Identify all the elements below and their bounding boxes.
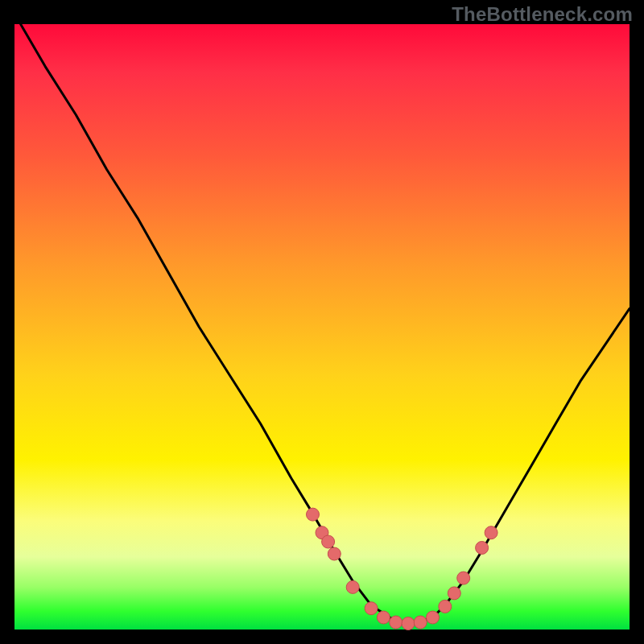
highlight-dot bbox=[414, 616, 427, 629]
highlight-dot bbox=[346, 580, 359, 593]
chart-svg bbox=[14, 24, 630, 630]
highlight-dot bbox=[476, 542, 489, 555]
highlight-dot bbox=[448, 587, 460, 600]
highlight-dots bbox=[307, 508, 498, 630]
chart-frame bbox=[14, 24, 630, 630]
highlight-dot bbox=[377, 611, 390, 624]
highlight-dot bbox=[365, 602, 378, 615]
highlight-dot bbox=[307, 508, 320, 521]
highlight-dot bbox=[485, 526, 497, 539]
highlight-dot bbox=[322, 535, 335, 548]
highlight-dot bbox=[390, 616, 402, 629]
watermark-text: TheBottleneck.com bbox=[452, 3, 633, 26]
highlight-dot bbox=[427, 611, 440, 624]
highlight-dot bbox=[439, 600, 452, 613]
highlight-dot bbox=[402, 617, 415, 630]
highlight-dot bbox=[328, 547, 341, 560]
highlight-dot bbox=[457, 572, 470, 584]
